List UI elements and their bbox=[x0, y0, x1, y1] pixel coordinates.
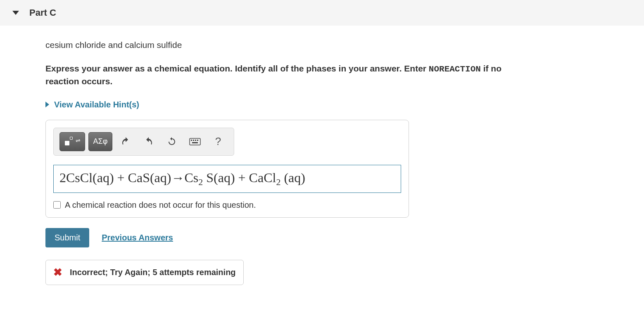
templates-button[interactable]: ⇌ bbox=[59, 132, 85, 151]
svg-rect-3 bbox=[195, 140, 196, 141]
help-button[interactable]: ? bbox=[208, 132, 228, 151]
undo-button[interactable] bbox=[116, 132, 135, 151]
equation-toolbar: ⇌ ΑΣφ ? bbox=[53, 128, 234, 156]
greek-label: ΑΣφ bbox=[93, 137, 108, 146]
help-label: ? bbox=[215, 135, 221, 148]
hints-label: View Available Hint(s) bbox=[54, 100, 139, 109]
reset-button[interactable] bbox=[162, 132, 182, 151]
keyboard-button[interactable] bbox=[185, 132, 205, 151]
keyboard-icon bbox=[189, 138, 201, 145]
previous-answers-link[interactable]: Previous Answers bbox=[102, 233, 173, 242]
instructions: Express your answer as a chemical equati… bbox=[45, 62, 504, 88]
no-reaction-row[interactable]: A chemical reaction does not occur for t… bbox=[53, 200, 401, 210]
feedback-box: ✖ Incorrect; Try Again; 5 attempts remai… bbox=[45, 260, 244, 285]
equation-input[interactable]: 2CsCl(aq) + CaS(aq)→Cs2 S(aq) + CaCl2 (a… bbox=[53, 165, 401, 193]
svg-rect-2 bbox=[193, 140, 194, 141]
part-title: Part C bbox=[29, 7, 56, 18]
answer-box: ⇌ ΑΣφ ? 2CsCl(aq) + CaS(aq)→Cs2 S(aq) bbox=[45, 120, 409, 218]
no-reaction-label: A chemical reaction does not occur for t… bbox=[65, 200, 256, 210]
caret-right-icon bbox=[45, 102, 49, 107]
submit-button[interactable]: Submit bbox=[45, 228, 89, 247]
part-header[interactable]: Part C bbox=[0, 0, 644, 26]
question-text: cesium chloride and calcium sulfide bbox=[45, 40, 504, 50]
caret-down-icon bbox=[12, 11, 19, 15]
svg-rect-0 bbox=[190, 138, 200, 145]
svg-rect-5 bbox=[192, 142, 198, 143]
incorrect-x-icon: ✖ bbox=[53, 266, 62, 279]
svg-rect-4 bbox=[197, 140, 198, 141]
view-hints-link[interactable]: View Available Hint(s) bbox=[45, 100, 504, 109]
greek-symbols-button[interactable]: ΑΣφ bbox=[88, 132, 112, 151]
feedback-text: Incorrect; Try Again; 5 attempts remaini… bbox=[70, 268, 236, 277]
instructions-pre: Express your answer as a chemical equati… bbox=[45, 64, 429, 73]
instructions-mono: NOREACTION bbox=[429, 64, 481, 74]
no-reaction-checkbox[interactable] bbox=[53, 201, 61, 209]
content-area: cesium chloride and calcium sulfide Expr… bbox=[0, 26, 516, 297]
reset-icon bbox=[167, 137, 177, 147]
svg-rect-1 bbox=[191, 140, 192, 141]
undo-icon bbox=[121, 137, 131, 147]
redo-icon bbox=[144, 137, 154, 147]
templates-icon: ⇌ bbox=[64, 136, 81, 147]
action-row: Submit Previous Answers bbox=[45, 228, 504, 247]
redo-button[interactable] bbox=[139, 132, 159, 151]
